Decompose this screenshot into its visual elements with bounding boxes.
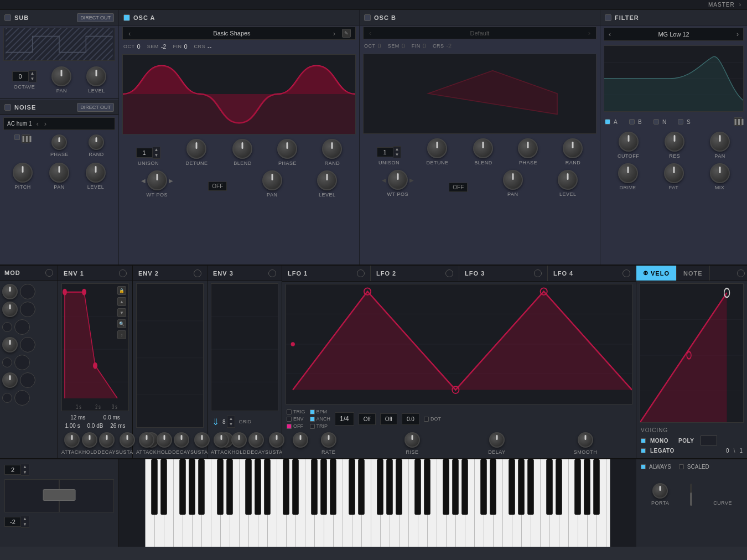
- always-led[interactable]: [641, 464, 646, 469]
- noise-pitch-knob[interactable]: [13, 163, 33, 183]
- env2-sustain-knob[interactable]: [194, 432, 210, 448]
- lfo-trig-led[interactable]: [287, 409, 292, 414]
- mod-slot4-target[interactable]: [20, 337, 35, 352]
- mod-power-btn[interactable]: [45, 269, 53, 277]
- lfo-off-led[interactable]: [287, 424, 292, 429]
- noise-bars-icon[interactable]: ▐▐▐: [22, 134, 30, 143]
- lfo-smooth-val[interactable]: 0.0: [402, 413, 419, 425]
- osc-a-phase-knob[interactable]: [277, 139, 297, 159]
- lfo-dot-led[interactable]: [424, 417, 429, 422]
- osc-b-wt-nav-prev[interactable]: ‹: [368, 29, 372, 37]
- env1-lock-icon[interactable]: 🔒: [117, 286, 126, 295]
- piano-pitch-handle[interactable]: [43, 489, 76, 500]
- mod-slot6-target[interactable]: [20, 372, 35, 388]
- noise-phase-toggle[interactable]: [14, 134, 20, 140]
- master-nav[interactable]: ›: [739, 2, 741, 8]
- mod-slot1-target[interactable]: [20, 284, 35, 299]
- mod-slot5-target[interactable]: [14, 355, 30, 370]
- sub-level-knob[interactable]: [86, 66, 106, 86]
- env1-up-icon[interactable]: ▲: [117, 297, 126, 306]
- lfo-off-val2[interactable]: Off: [380, 413, 397, 425]
- piano-pitch-slider[interactable]: [4, 479, 114, 512]
- env1-attack-knob[interactable]: [64, 432, 80, 448]
- osc-b-wtpos-prev[interactable]: ◀: [382, 177, 386, 183]
- env2-decay-knob[interactable]: [174, 432, 189, 448]
- env2-power-btn[interactable]: [194, 269, 201, 277]
- noise-rand-knob[interactable]: [89, 134, 104, 150]
- lfo-bpm-check[interactable]: BPM: [310, 409, 331, 414]
- osc-b-pan-knob[interactable]: [503, 170, 523, 190]
- osc-a-edit-icon[interactable]: ✎: [342, 29, 351, 38]
- mod-slot4-knob[interactable]: [2, 337, 18, 352]
- lfo-rise-knob[interactable]: [404, 432, 420, 448]
- voicing-legato-led[interactable]: [641, 448, 646, 453]
- noise-led[interactable]: [4, 104, 11, 111]
- filter-a-led[interactable]: [605, 119, 610, 125]
- osc-a-wtpos-knob[interactable]: [147, 170, 167, 190]
- env3-grid-spinner[interactable]: 8 ▲ ▼: [222, 416, 235, 428]
- env3-attack-knob[interactable]: [214, 432, 229, 448]
- filter-n-led[interactable]: [653, 119, 659, 125]
- osc-b-wtpos-next[interactable]: ▶: [409, 177, 414, 183]
- mod-slot2-knob[interactable]: [2, 302, 18, 317]
- filter-led[interactable]: [605, 14, 611, 21]
- osc-b-phase-knob[interactable]: [518, 138, 538, 158]
- osc-b-sem-val[interactable]: 0: [402, 43, 405, 49]
- osc-b-fin-val[interactable]: 0: [423, 43, 426, 49]
- osc-b-crs-val[interactable]: -2: [446, 43, 452, 49]
- osc-a-wtpos-prev[interactable]: ◀: [141, 178, 146, 184]
- filter-bars-icon[interactable]: ▐▐▐: [734, 117, 743, 126]
- osc-b-led[interactable]: [364, 14, 371, 21]
- sub-octave-spinner[interactable]: 0 ▲▼: [12, 70, 37, 82]
- noise-pan-knob[interactable]: [49, 163, 69, 183]
- piano-octave-lower-spinner[interactable]: -2 ▲▼: [4, 516, 114, 528]
- lfo-trip-led[interactable]: [310, 424, 315, 429]
- osc-b-detune-knob[interactable]: [427, 138, 447, 158]
- env1-decay-knob[interactable]: [99, 432, 115, 448]
- lfo-env-led[interactable]: [287, 417, 292, 422]
- mod-slot5-icon[interactable]: [2, 357, 12, 367]
- osc-a-led[interactable]: [123, 14, 130, 21]
- filter-b-led[interactable]: [629, 119, 635, 125]
- lfo-off-val1[interactable]: Off: [359, 413, 376, 425]
- lfo-bpm-led[interactable]: [310, 409, 315, 414]
- osc-b-blend-knob[interactable]: [473, 138, 493, 158]
- voicing-mono-label[interactable]: MONO: [650, 438, 668, 444]
- osc-a-fin-val[interactable]: 0: [184, 43, 187, 50]
- env1-down-icon[interactable]: ▼: [117, 308, 126, 317]
- env1-hold-knob[interactable]: [82, 432, 97, 448]
- filter-pan-knob[interactable]: [710, 132, 730, 152]
- lfo-rate-knob[interactable]: [321, 432, 336, 448]
- lfo-smooth-knob[interactable]: [578, 432, 593, 448]
- osc-b-level-knob[interactable]: [558, 170, 578, 190]
- lfo-off-check[interactable]: OFF: [287, 423, 305, 429]
- env1-scroll-icon[interactable]: ↕: [117, 330, 126, 339]
- osc-a-pan-knob[interactable]: [262, 170, 282, 190]
- osc-a-crs-val[interactable]: --: [208, 43, 211, 50]
- env3-power-btn[interactable]: [268, 269, 276, 277]
- filter-next-btn[interactable]: ›: [736, 30, 739, 38]
- mod-slot6-knob[interactable]: [2, 372, 18, 388]
- lfo3-power-btn[interactable]: [534, 269, 542, 277]
- lfo-env-check[interactable]: ENV: [287, 416, 305, 422]
- sub-pan-knob[interactable]: [51, 66, 71, 86]
- env2-hold-knob[interactable]: [157, 432, 172, 448]
- osc-a-level-knob[interactable]: [317, 170, 337, 190]
- filter-s-led[interactable]: [678, 119, 683, 125]
- filter-drive-knob[interactable]: [618, 163, 638, 183]
- osc-b-oct-val[interactable]: 0: [378, 43, 381, 49]
- env3-sustain-knob[interactable]: [269, 432, 284, 448]
- noise-level-knob[interactable]: [86, 163, 106, 183]
- env2-attack-knob[interactable]: [139, 432, 154, 448]
- mod-slot1-knob[interactable]: [2, 284, 18, 299]
- porta-knob[interactable]: [652, 483, 668, 499]
- env1-zoom-icon[interactable]: 🔍: [117, 319, 126, 328]
- noise-direct-out-button[interactable]: DIRECT OUT: [77, 103, 114, 112]
- env3-decay-knob[interactable]: [248, 432, 264, 448]
- lfo2-power-btn[interactable]: [445, 269, 453, 277]
- scaled-led[interactable]: [679, 464, 684, 469]
- filter-res-knob[interactable]: [665, 132, 684, 152]
- osc-b-wt-nav-next[interactable]: ›: [587, 29, 592, 37]
- filter-type-selector[interactable]: ‹ MG Low 12 ›: [604, 28, 744, 41]
- voicing-mono-led[interactable]: [641, 438, 646, 443]
